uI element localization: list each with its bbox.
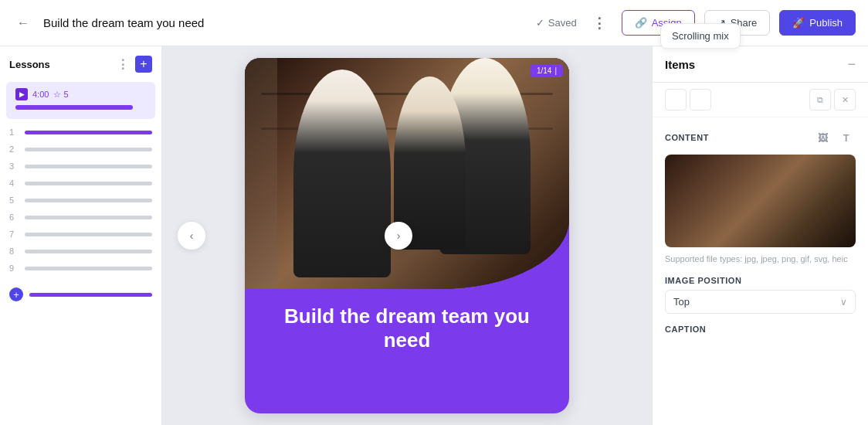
list-item[interactable]: 9 bbox=[0, 260, 161, 277]
caption-label: CAPTION bbox=[665, 325, 856, 334]
back-button[interactable]: ← bbox=[12, 12, 34, 34]
add-icon: + bbox=[9, 287, 23, 301]
sidebar-title: Lessons bbox=[9, 59, 50, 70]
badge-icon: | bbox=[554, 66, 557, 75]
image-position-select[interactable]: Top ∨ bbox=[665, 290, 856, 314]
tool-button-1[interactable] bbox=[665, 89, 687, 110]
saved-status: ✓ Saved bbox=[536, 17, 577, 29]
right-panel: Scrolling mix Items − ⧉ ✕ CONTENT 🖼 T bbox=[652, 46, 868, 425]
list-item[interactable]: 7 bbox=[0, 226, 161, 243]
preview-image bbox=[665, 155, 856, 247]
lesson-stars: ☆ 5 bbox=[53, 90, 68, 100]
panel-body: CONTENT 🖼 T Supported file types: jpg, j… bbox=[653, 117, 868, 407]
list-item[interactable]: 6 bbox=[0, 209, 161, 226]
add-list-item[interactable]: + bbox=[0, 283, 161, 306]
lesson-icon: ▶ bbox=[15, 88, 28, 100]
list-item[interactable]: 8 bbox=[0, 243, 161, 260]
image-preview[interactable] bbox=[665, 155, 856, 247]
chef-photo bbox=[245, 58, 569, 289]
lesson-progress-bar bbox=[15, 105, 133, 110]
check-icon: ✓ bbox=[536, 17, 544, 29]
numbered-list: 1 2 3 4 5 6 7 bbox=[0, 121, 161, 280]
copy-tool-button[interactable]: ⧉ bbox=[809, 89, 831, 110]
panel-toolbar: ⧉ ✕ bbox=[653, 83, 868, 117]
publish-icon: 🚀 bbox=[792, 17, 805, 29]
content-section-label: CONTENT 🖼 T bbox=[665, 128, 856, 147]
sidebar-add-button[interactable]: + bbox=[135, 56, 152, 73]
slide-badge: 1/14 | bbox=[531, 64, 563, 77]
scrolling-mix-badge: Scrolling mix bbox=[660, 23, 741, 49]
canvas-area: ‹ 1/14 | bbox=[162, 46, 652, 425]
list-item[interactable]: 2 bbox=[0, 141, 161, 158]
list-item[interactable]: 3 bbox=[0, 158, 161, 175]
page-title: Build the dream team you need bbox=[43, 16, 527, 29]
more-options-button[interactable]: ⋮ bbox=[586, 12, 612, 35]
lesson-item[interactable]: ▶ 4:00 ☆ 5 bbox=[6, 82, 155, 119]
chevron-down-icon: ∨ bbox=[840, 297, 847, 308]
image-position-label: IMAGE POSITION bbox=[665, 276, 856, 285]
tool-button-2[interactable] bbox=[690, 89, 711, 110]
slide-text-area: Build the dream team you need bbox=[245, 289, 569, 368]
text-icon-button[interactable]: T bbox=[837, 128, 856, 147]
file-types-text: Supported file types: jpg, jpeg, png, gi… bbox=[665, 253, 856, 265]
slide-headline: Build the dream team you need bbox=[268, 304, 546, 352]
slide-image: 1/14 | bbox=[245, 58, 569, 289]
sidebar-header: Lessons ⋮ + bbox=[0, 56, 161, 80]
sidebar: Lessons ⋮ + ▶ 4:00 ☆ 5 1 2 bbox=[0, 46, 162, 425]
list-item[interactable]: 4 bbox=[0, 175, 161, 192]
image-icon-button[interactable]: 🖼 bbox=[814, 128, 832, 147]
publish-button[interactable]: 🚀 Publish bbox=[779, 10, 856, 36]
panel-header: Items − bbox=[653, 46, 868, 83]
sidebar-actions: ⋮ + bbox=[117, 56, 152, 73]
panel-close-button[interactable]: − bbox=[847, 57, 856, 71]
lesson-time: 4:00 bbox=[32, 90, 49, 99]
next-slide-button[interactable]: › bbox=[385, 222, 412, 250]
prev-slide-button[interactable]: ‹ bbox=[178, 222, 205, 250]
list-item[interactable]: 1 bbox=[0, 124, 161, 141]
panel-title: Items bbox=[665, 58, 695, 71]
assign-icon: 🔗 bbox=[635, 17, 647, 29]
delete-tool-button[interactable]: ✕ bbox=[834, 89, 856, 110]
list-item[interactable]: 5 bbox=[0, 192, 161, 209]
sidebar-more-button[interactable]: ⋮ bbox=[117, 57, 129, 72]
main-layout: Lessons ⋮ + ▶ 4:00 ☆ 5 1 2 bbox=[0, 46, 868, 425]
